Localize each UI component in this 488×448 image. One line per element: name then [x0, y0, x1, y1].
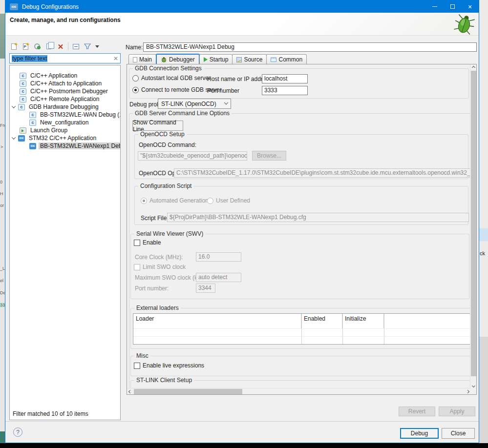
export-configuration-icon — [34, 43, 40, 49]
debug-probe-select[interactable]: ST-LINK (OpenOCD) — [158, 99, 231, 109]
scroll-left-button[interactable] — [127, 388, 133, 395]
chevron-expanded-icon[interactable] — [12, 135, 16, 139]
tree-item-cpp-application[interactable]: cC/C++ Application — [20, 72, 79, 80]
bug-image — [450, 13, 478, 37]
tree-item-bb-stm32wle-wanexp1-debug[interactable]: IDEBB-STM32WLE-WANexp1 Debug — [29, 142, 121, 150]
tree-item-new-configuration[interactable]: cNew_configuration — [29, 119, 90, 126]
debugger-tab-content: GDB Connection Settings Autostart local … — [127, 64, 471, 389]
group-legend: Serial Wire Viewer (SWV) — [134, 230, 205, 237]
group-legend: External loaders — [134, 305, 181, 311]
scroll-up-button[interactable] — [470, 64, 477, 71]
tab-common[interactable]: Common — [266, 54, 307, 64]
swv-port-input: 3344 — [196, 284, 215, 293]
duplicate-icon — [46, 43, 51, 49]
checkbox-icon — [134, 264, 140, 270]
enabled-column-header[interactable]: Enabled — [301, 314, 342, 328]
delete-button[interactable]: ✕ — [56, 42, 65, 51]
new-configuration-button[interactable]: ✦ — [9, 42, 18, 51]
chevron-expanded-icon[interactable] — [12, 104, 16, 108]
tree-item-cpp-postmortem[interactable]: cC/C++ Postmortem Debugger — [20, 87, 109, 95]
background-text-fragment: > — [0, 144, 3, 149]
close-button[interactable]: × — [461, 0, 479, 13]
dialog-header-title: Create, manage, and run configurations — [10, 17, 121, 23]
minimize-button[interactable] — [426, 0, 444, 13]
launch-group-icon — [20, 127, 26, 134]
scroll-up-icon — [472, 66, 475, 69]
c-application-icon: c — [20, 88, 26, 95]
show-command-line-button[interactable]: Show Command Line — [132, 121, 183, 131]
collapse-all-button[interactable] — [71, 42, 80, 51]
tab-startup[interactable]: Startup — [199, 54, 233, 64]
external-loaders-table[interactable]: Loader Enabled Initialize — [133, 313, 471, 345]
main-tab-icon — [133, 57, 137, 62]
background-window-fragment — [0, 431, 5, 443]
background-text-fragment: el — [0, 278, 3, 283]
dialog-header: Create, manage, and run configurations — [5, 13, 479, 36]
scroll-right-icon — [466, 390, 469, 393]
filter-icon — [84, 43, 91, 50]
horizontal-scrollbar[interactable] — [127, 388, 471, 394]
autostart-local-gdb-radio[interactable]: Autostart local GDB server — [132, 75, 211, 81]
background-text-fragment: De — [0, 290, 5, 295]
stm32-ide-icon: IDE — [18, 135, 25, 142]
toolbar-menu-button[interactable] — [95, 42, 100, 51]
enable-live-expressions-checkbox[interactable]: Enable live expressions — [134, 362, 204, 369]
debug-button[interactable]: Debug — [400, 428, 439, 439]
close-dialog-button[interactable]: Close — [442, 428, 475, 439]
clear-filter-icon[interactable]: ✕ — [113, 55, 118, 62]
background-text-fragment: 33 — [0, 303, 5, 307]
stm32-ide-icon: IDE — [29, 143, 36, 149]
core-clock-input: 16.0 — [196, 252, 241, 262]
tree-item-gdb-hardware-debugging[interactable]: cGDB Hardware Debugging — [12, 103, 100, 111]
tab-debugger[interactable]: Debugger — [156, 54, 200, 64]
duplicate-button[interactable] — [44, 42, 53, 51]
scroll-down-button[interactable] — [470, 383, 477, 389]
chevron-down-icon — [224, 100, 228, 104]
filter-button[interactable] — [83, 42, 92, 51]
tree-item-cpp-attach[interactable]: cC/C++ Attach to Application — [20, 80, 103, 87]
tree-item-stm32-cpp-application[interactable]: IDESTM32 C/C++ Application — [12, 134, 98, 142]
host-input[interactable]: localhost — [262, 74, 308, 83]
checkbox-icon — [134, 363, 140, 369]
background-left-strip: Fre > 0 H or _L el De 33 — [0, 0, 5, 443]
c-application-icon: c — [29, 120, 36, 126]
filter-input[interactable]: type filter text ✕ — [9, 53, 121, 63]
tree-item-launch-group[interactable]: Launch Group — [20, 126, 69, 134]
revert-button: Revert — [399, 407, 435, 416]
initialize-column-header[interactable]: Initialize — [342, 314, 384, 328]
filter-status-text: Filter matched 10 of 10 items — [13, 410, 88, 417]
name-input[interactable]: BB-STM32WLE-WANexp1 Debug — [143, 42, 477, 52]
loader-column-header[interactable]: Loader — [133, 314, 301, 328]
toolbar-separator — [68, 42, 68, 50]
horizontal-scrollbar-thumb[interactable] — [134, 389, 242, 394]
help-button[interactable]: ? — [13, 428, 22, 437]
debugger-tab-panel: GDB Connection Settings Autostart local … — [127, 64, 477, 395]
tree-item-bb-stm32wle-wan-debug-1[interactable]: cBB-STM32WLE-WAN Debug (1) — [29, 111, 121, 119]
gdb-server-options-group: GDB Server Command Line Options Show Com… — [129, 113, 471, 389]
configurations-tree: cC/C++ Application cC/C++ Attach to Appl… — [9, 65, 121, 420]
common-tab-icon — [271, 57, 276, 62]
group-legend: OpenOCD Setup — [138, 131, 187, 138]
radio-icon — [141, 198, 147, 204]
tab-source[interactable]: Source — [232, 54, 267, 64]
vertical-scrollbar-thumb[interactable] — [471, 71, 476, 376]
export-configuration-button[interactable] — [33, 42, 42, 51]
tab-main[interactable]: Main — [128, 54, 156, 64]
group-legend: GDB Connection Settings — [133, 65, 204, 72]
title-bar[interactable]: IDE Debug Configurations × — [5, 0, 479, 13]
background-text-fragment: 0 — [0, 180, 2, 184]
maximize-button[interactable] — [444, 0, 461, 13]
vertical-scrollbar[interactable] — [470, 64, 476, 389]
new-prototype-button[interactable]: P✦ — [21, 42, 30, 51]
column-divider — [301, 314, 302, 344]
scroll-down-icon — [472, 384, 475, 387]
column-divider — [384, 314, 384, 344]
configurations-toolbar: ✦ P✦ ✕ — [9, 41, 107, 51]
maximize-icon — [450, 4, 455, 9]
tree-item-cpp-remote[interactable]: cC/C++ Remote Application — [20, 95, 101, 103]
scroll-right-button[interactable] — [465, 388, 471, 395]
swv-enable-checkbox[interactable]: Enable — [134, 239, 161, 246]
delete-icon: ✕ — [58, 43, 64, 50]
apply-button: Apply — [439, 407, 475, 416]
port-input[interactable]: 3333 — [262, 86, 308, 95]
